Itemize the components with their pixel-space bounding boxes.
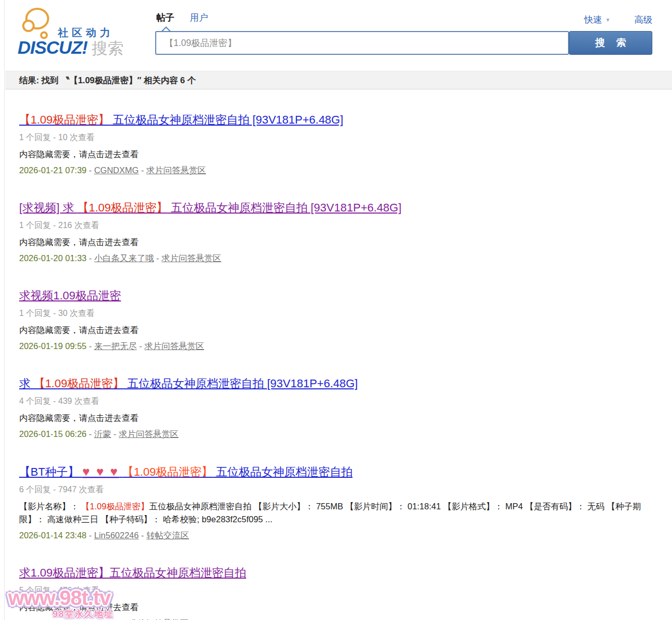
result-title-link[interactable]: 求 【1.09极品泄密】 五位极品女神原档泄密自拍 [93V181P+6.48G… — [19, 376, 358, 391]
result-title-link[interactable]: 求视频1.09极品泄密 — [19, 289, 121, 303]
title-text: 五位极品女神原档泄密自拍 [93V181P+6.48G] — [110, 113, 344, 126]
result-forum-link[interactable]: 求片问答悬赏区 — [161, 253, 221, 263]
highlighted-term: 【1.09极品泄密】 — [77, 201, 168, 214]
result-snippet: 内容隐藏需要，请点击进去查看 — [19, 236, 655, 249]
highlighted-term: 【1.09极品泄密】 — [81, 502, 149, 511]
search-input[interactable] — [155, 31, 569, 55]
title-text: 五位极品女神原档泄密自拍 — [213, 465, 352, 478]
result-replies-views: 1 个回复 - 216 次查看 — [19, 220, 658, 231]
result-date: 2026-01-21 07:39 — [19, 165, 86, 175]
result-forum-link[interactable]: 求片问答悬赏区 — [119, 429, 179, 438]
results-list: 【1.09极品泄密】 五位极品女神原档泄密自拍 [93V181P+6.48G] … — [0, 89, 658, 620]
result-footer: 2026-01-15 06:26 - 沂蒙 - 求片问答悬赏区 — [19, 429, 658, 440]
title-text: 求 — [19, 377, 34, 390]
result-date: 2026-01-15 06:26 — [19, 429, 86, 438]
result-snippet: 【影片名称】： 【1.09极品泄密】五位极品女神原档泄密自拍 【影片大小】： 7… — [19, 500, 655, 526]
result-title-link[interactable]: 求1.09极品泄密】五位极品女神原档泄密自拍 — [19, 566, 246, 580]
result-footer: 2026-01-19 09:55 - 来一把无尽 - 求片问答悬赏区 — [19, 341, 658, 352]
result-author-link[interactable]: 沂蒙 — [94, 429, 111, 438]
result-author-link[interactable]: CGNDXMG — [94, 165, 139, 175]
result-snippet: 内容隐藏需要，请点击进去查看 — [19, 324, 655, 337]
search-type-tabs: 帖子用户 — [156, 11, 223, 24]
result-footer: 2026-01-20 01:33 - 小白条又来了哦 - 求片问答悬赏区 — [19, 253, 658, 264]
result-snippet: 内容隐藏需要，请点击进去查看 — [19, 412, 655, 425]
discuz-logo[interactable]: 社区动力 DISCUZ!搜索 — [18, 4, 142, 58]
result-footer: rth - 求片问答悬赏区 — [19, 618, 658, 620]
discuz-search-page: 社区动力 DISCUZ!搜索 帖子用户 搜 索 快速▼ 高级 结果: 找到 〝【… — [0, 0, 672, 620]
tab-users[interactable]: 用户 — [190, 12, 208, 23]
result-replies-views: 4 个回复 - 439 次查看 — [19, 396, 658, 407]
result-date: 2026-01-20 01:33 — [19, 253, 86, 263]
result-summary-bar: 结果: 找到 〝【1.09极品泄密】″ 相关内容 6 个 — [5, 71, 672, 89]
snippet-text: 内容隐藏需要，请点击进去查看 — [19, 325, 139, 335]
active-tab-notch-icon — [161, 26, 171, 31]
result-snippet: 内容隐藏需要，请点击进去查看 — [19, 601, 655, 614]
quick-search-link[interactable]: 快速▼ — [584, 13, 610, 26]
chevron-down-icon: ▼ — [605, 17, 610, 23]
result-replies-views: 1 个回复 - 10 次查看 — [19, 132, 658, 143]
logo-suffix: 搜索 — [92, 39, 124, 57]
result-footer: 2026-01-21 07:39 - CGNDXMG - 求片问答悬赏区 — [19, 165, 658, 176]
search-result-item: 【BT种子】 ♥ ♥ ♥ 【1.09极品泄密】 五位极品女神原档泄密自拍 6 个… — [19, 464, 658, 541]
result-footer: 2026-01-14 23:48 - Lin5602246 - 转帖交流区 — [19, 530, 658, 541]
result-replies-views: 1 个回复 - 30 次查看 — [19, 308, 658, 319]
result-replies-views: 5 个回复 - 476 次查看 — [19, 585, 658, 596]
snippet-text: 内容隐藏需要，请点击进去查看 — [19, 413, 139, 422]
snippet-text: 内容隐藏需要，请点击进去查看 — [19, 237, 139, 247]
search-result-item: 求视频1.09极品泄密 1 个回复 - 30 次查看 内容隐藏需要，请点击进去查… — [19, 289, 658, 352]
search-result-item: 【1.09极品泄密】 五位极品女神原档泄密自拍 [93V181P+6.48G] … — [19, 113, 658, 176]
result-author-link[interactable]: 小白条又来了哦 — [94, 253, 154, 263]
result-author-link[interactable]: 来一把无尽 — [94, 341, 137, 351]
search-result-item: 求 【1.09极品泄密】 五位极品女神原档泄密自拍 [93V181P+6.48G… — [19, 376, 658, 440]
result-title-link[interactable]: [求视频] 求 【1.09极品泄密】 五位极品女神原档泄密自拍 [93V181P… — [19, 201, 401, 215]
result-title-link[interactable]: 【BT种子】 ♥ ♥ ♥ 【1.09极品泄密】 五位极品女神原档泄密自拍 — [19, 464, 352, 479]
snippet-text: 内容隐藏需要，请点击进去查看 — [19, 602, 139, 612]
tab-posts[interactable]: 帖子 — [156, 12, 174, 23]
highlighted-term: 【1.09极品泄密】 — [122, 465, 213, 478]
title-text: 求视频1.09极品泄密 — [19, 289, 121, 302]
title-text: 【BT种子】 — [19, 465, 82, 478]
result-forum-link[interactable]: 转帖交流区 — [146, 531, 189, 540]
result-forum-link[interactable]: 求片问答悬赏区 — [144, 341, 204, 351]
search-button[interactable]: 搜 索 — [569, 31, 652, 55]
snippet-text: 【影片名称】： — [19, 502, 81, 511]
result-author-link[interactable]: Lin5602246 — [94, 531, 139, 540]
highlighted-term: 【1.09极品泄密】 — [34, 377, 124, 390]
search-result-item: [求视频] 求 【1.09极品泄密】 五位极品女神原档泄密自拍 [93V181P… — [19, 201, 658, 264]
result-date: 2026-01-19 09:55 — [19, 341, 86, 351]
result-title-link[interactable]: 【1.09极品泄密】 五位极品女神原档泄密自拍 [93V181P+6.48G] — [19, 113, 344, 127]
title-text: 五位极品女神原档泄密自拍 [93V181P+6.48G] — [168, 201, 401, 214]
result-date: 2026-01-14 23:48 — [19, 531, 86, 540]
highlighted-term: 【1.09极品泄密】 — [19, 113, 110, 126]
title-text: 五位极品女神原档泄密自拍 [93V181P+6.48G] — [124, 377, 358, 390]
title-text: 求1.09极品泄密】五位极品女神原档泄密自拍 — [19, 566, 246, 579]
title-text: [求视频] 求 — [19, 201, 77, 214]
heart-icons: ♥ ♥ ♥ — [82, 464, 119, 478]
search-header: 社区动力 DISCUZ!搜索 帖子用户 搜 索 快速▼ 高级 — [0, 0, 672, 71]
result-forum-link[interactable]: 求片问答悬赏区 — [146, 165, 206, 175]
result-replies-views: 6 个回复 - 7947 次查看 — [19, 485, 658, 495]
advanced-search-link[interactable]: 高级 — [634, 13, 652, 26]
snippet-text: 内容隐藏需要，请点击进去查看 — [19, 149, 139, 159]
logo-brand: DISCUZ! — [18, 37, 87, 57]
result-snippet: 内容隐藏需要，请点击进去查看 — [19, 148, 655, 161]
search-result-item: 求1.09极品泄密】五位极品女神原档泄密自拍 5 个回复 - 476 次查看 内… — [19, 566, 658, 620]
